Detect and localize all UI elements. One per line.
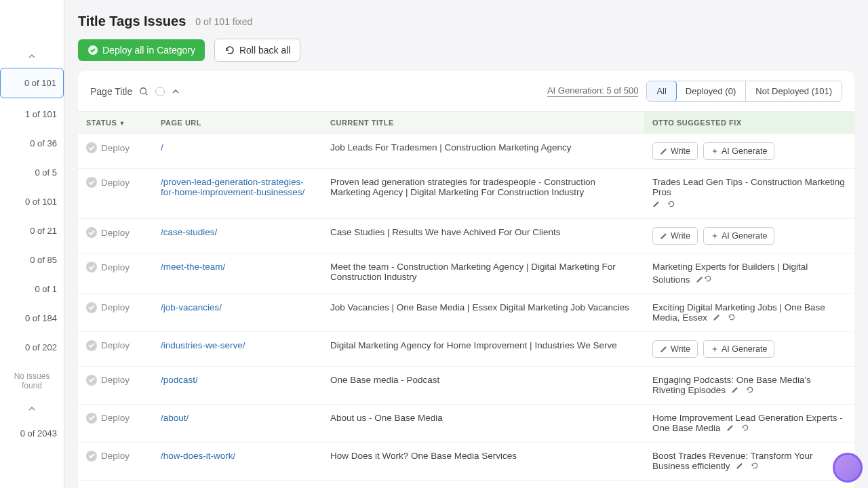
suggested-fix-text: Trades Lead Gen Tips - Construction Mark…	[652, 177, 846, 197]
deploy-toggle[interactable]: Deploy	[86, 177, 144, 188]
chevron-up-icon[interactable]	[172, 87, 180, 96]
edit-icon[interactable]	[652, 200, 660, 210]
sidebar-item-0[interactable]: 0 of 101	[0, 68, 64, 98]
suggested-fix-text: Marketing Experts for Builders | Digital…	[652, 262, 808, 285]
page-url-link[interactable]: /about/	[161, 413, 189, 423]
page-url-link[interactable]: /case-studies/	[161, 227, 217, 237]
deploy-toggle[interactable]: Deploy	[86, 375, 144, 386]
edit-icon[interactable]	[696, 275, 704, 285]
page-url-link[interactable]: /how-does-it-work/	[161, 451, 235, 461]
svg-point-1	[140, 87, 146, 94]
tab-not-deployed[interactable]: Not Deployed (101)	[746, 81, 842, 101]
table-row: Deploy/meet-the-team/Meet the team - Con…	[78, 253, 854, 294]
edit-icon[interactable]	[736, 462, 744, 472]
page-url-link[interactable]: /proven-lead-generation-strategies-for-h…	[161, 177, 304, 197]
ai-generate-button[interactable]: AI Generate	[703, 340, 774, 358]
suggested-fix-text: Boost Trades Revenue: Transform Your Bus…	[652, 451, 812, 471]
col-status[interactable]: STATUS▼	[78, 112, 153, 134]
col-current[interactable]: CURRENT TITLE	[322, 112, 644, 134]
edit-icon[interactable]	[731, 386, 739, 396]
deploy-toggle[interactable]: Deploy	[86, 262, 144, 272]
page-title-filter-label: Page Title	[90, 86, 132, 97]
sidebar-collapse-top[interactable]	[0, 47, 64, 66]
current-title-text: Proven lead generation strategies for tr…	[330, 177, 595, 197]
sidebar-item-3[interactable]: 0 of 5	[0, 158, 64, 187]
sidebar-item-5[interactable]: 0 of 21	[0, 216, 64, 245]
deploy-all-label: Deploy all in Category	[102, 45, 195, 56]
page-url-link[interactable]: /industries-we-serve/	[161, 340, 245, 350]
page-url-link[interactable]: /	[161, 142, 163, 152]
regenerate-icon[interactable]	[728, 313, 736, 323]
current-title-text: One Base media - Podcast	[330, 375, 439, 385]
current-title-text: Case Studies | Results We have Achived F…	[330, 227, 560, 237]
deploy-label: Deploy	[101, 375, 130, 385]
deploy-all-button[interactable]: Deploy all in Category	[78, 39, 205, 61]
sidebar-collapse-bottom[interactable]	[0, 400, 64, 419]
deploy-toggle[interactable]: Deploy	[86, 451, 144, 462]
tab-deployed[interactable]: Deployed (0)	[676, 81, 746, 101]
issues-panel: Page Title AI Generation: 5 of 500 All D…	[78, 71, 854, 488]
page-url-link[interactable]: /meet-the-team/	[161, 262, 225, 272]
check-circle-icon	[86, 340, 97, 351]
sidebar-item-4[interactable]: 0 of 101	[0, 187, 64, 216]
deploy-label: Deploy	[101, 228, 130, 238]
deploy-label: Deploy	[101, 143, 130, 153]
sidebar-item-9[interactable]: 0 of 202	[0, 333, 64, 362]
filter-circle-icon[interactable]	[155, 87, 165, 96]
table-row: Deploy/industries-we-serve/Digital Marke…	[78, 331, 854, 366]
sidebar-item-1[interactable]: 1 of 101	[0, 100, 64, 129]
regenerate-icon[interactable]	[746, 386, 754, 396]
deploy-filter-tabs: All Deployed (0) Not Deployed (101)	[646, 81, 842, 102]
regenerate-icon[interactable]	[704, 274, 712, 285]
deploy-label: Deploy	[101, 340, 130, 350]
ai-generate-button[interactable]: AI Generate	[703, 227, 774, 245]
svg-line-2	[146, 93, 148, 95]
search-icon[interactable]	[139, 87, 149, 96]
deploy-label: Deploy	[101, 262, 130, 272]
deploy-toggle[interactable]: Deploy	[86, 142, 144, 153]
edit-icon[interactable]	[726, 424, 734, 434]
write-button[interactable]: Write	[652, 227, 698, 245]
sidebar-item-8[interactable]: 0 of 184	[0, 304, 64, 333]
deploy-toggle[interactable]: Deploy	[86, 227, 144, 238]
sidebar-item-6[interactable]: 0 of 85	[0, 245, 64, 274]
fixed-count: 0 of 101 fixed	[195, 16, 252, 27]
check-circle-icon	[86, 451, 97, 462]
rollback-all-button[interactable]: Roll back all	[214, 39, 300, 62]
current-title-text: Digital Marketing Agency for Home Improv…	[330, 340, 617, 350]
deploy-toggle[interactable]: Deploy	[86, 413, 144, 424]
main-content: Title Tags Issues 0 of 101 fixed Deploy …	[64, 0, 868, 488]
deploy-label: Deploy	[101, 178, 130, 188]
sidebar-item-7[interactable]: 0 of 1	[0, 274, 64, 304]
tab-all[interactable]: All	[646, 81, 676, 102]
current-title-text: About us - One Base Media	[330, 413, 443, 423]
sidebar-item-2[interactable]: 0 of 36	[0, 129, 64, 158]
table-row: Deploy/proven-lead-generation-strategies…	[78, 169, 854, 219]
ai-generation-count[interactable]: AI Generation: 5 of 500	[547, 85, 638, 97]
deploy-toggle[interactable]: Deploy	[86, 340, 144, 351]
check-circle-icon	[86, 262, 97, 272]
edit-icon[interactable]	[713, 313, 721, 323]
deploy-toggle[interactable]: Deploy	[86, 302, 144, 313]
check-circle-icon	[86, 413, 97, 424]
regenerate-icon[interactable]	[741, 424, 749, 434]
sidebar-no-issues: No issues found	[0, 362, 64, 400]
current-title-text: Job Leads For Tradesmen | Construction M…	[330, 142, 571, 152]
page-url-link[interactable]: /job-vacancies/	[161, 302, 222, 312]
col-url[interactable]: PAGE URL	[153, 112, 322, 134]
col-fix[interactable]: OTTO SUGGESTED FIX	[644, 112, 854, 134]
check-circle-icon	[86, 142, 97, 153]
regenerate-icon[interactable]	[667, 200, 675, 210]
write-button[interactable]: Write	[652, 142, 698, 160]
current-title-text: How Does it Work? One Base Media Service…	[330, 451, 517, 461]
page-title: Title Tags Issues	[78, 14, 186, 29]
sidebar-item-total[interactable]: 0 of 2043	[0, 419, 64, 448]
check-circle-icon	[86, 227, 97, 238]
regenerate-icon[interactable]	[751, 462, 759, 472]
page-url-link[interactable]: /podcast/	[161, 375, 198, 385]
table-row: Deploy/how-does-it-work/How Does it Work…	[78, 442, 854, 480]
ai-generate-button[interactable]: AI Generate	[703, 142, 774, 160]
support-avatar[interactable]	[833, 453, 863, 483]
current-title-text: Job Vacancies | One Base Media | Essex D…	[330, 302, 629, 312]
write-button[interactable]: Write	[652, 340, 698, 358]
